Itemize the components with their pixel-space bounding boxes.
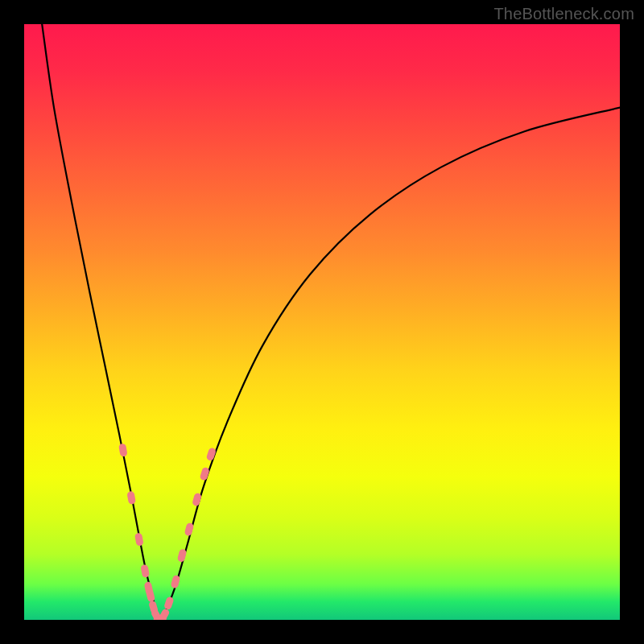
highlight-dot bbox=[200, 467, 210, 481]
curve-svg bbox=[24, 24, 620, 620]
highlight-dot bbox=[118, 443, 128, 456]
curve-right bbox=[161, 108, 620, 620]
curve-right-group bbox=[161, 108, 620, 620]
highlight-dots bbox=[118, 443, 217, 620]
watermark-label: TheBottleneck.com bbox=[493, 5, 634, 23]
highlight-dot bbox=[163, 596, 175, 610]
highlight-dot bbox=[140, 564, 150, 578]
plot-area bbox=[24, 24, 620, 620]
highlight-dot bbox=[134, 532, 144, 546]
chart-frame: TheBottleneck.com bbox=[0, 0, 644, 644]
highlight-dot bbox=[158, 608, 171, 620]
highlight-dot bbox=[126, 491, 136, 505]
curve-left-group bbox=[42, 24, 161, 620]
curve-left bbox=[42, 24, 161, 620]
